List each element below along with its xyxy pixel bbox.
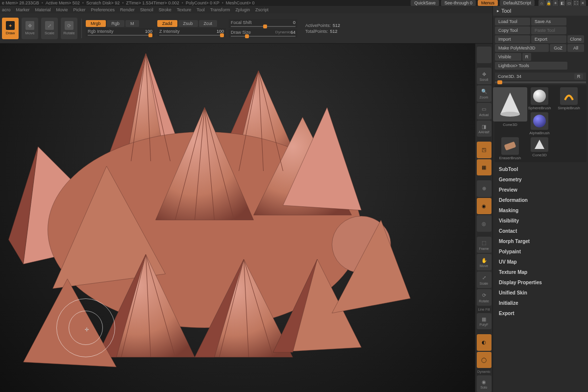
rgb-intensity-slider[interactable]: Rgb Intensity 100 [86, 28, 154, 37]
menu-picker[interactable]: Picker [74, 7, 86, 12]
import-button[interactable]: Import [495, 35, 530, 43]
menu-transform[interactable]: Transform [210, 7, 230, 12]
lock-icon[interactable]: 🔒 [545, 0, 552, 6]
menu-zscript[interactable]: Zscript [255, 7, 269, 12]
section-display-properties[interactable]: Display Properties [495, 278, 586, 287]
goz-all-button[interactable]: All [567, 44, 584, 52]
section-preview[interactable]: Preview [495, 186, 586, 194]
tool-panel-header[interactable]: ▸Tool [493, 6, 588, 16]
max-icon[interactable]: ⛶ [573, 0, 579, 6]
draw-size-slider[interactable]: Draw Size 64 Dynamic [229, 29, 297, 38]
vp-aahalf-button[interactable]: ◨AAHalf [477, 121, 491, 137]
zadd-button[interactable]: Zadd [157, 20, 177, 27]
section-polypaint[interactable]: Polypaint [495, 247, 586, 256]
light-icon[interactable]: ☀ [552, 0, 559, 6]
status-polycount: PolyCount> 0 KP [186, 0, 220, 5]
viewport[interactable]: ✢ [0, 44, 492, 392]
seethrough-button[interactable]: See-through 0 [441, 0, 476, 6]
tool-slider[interactable] [495, 81, 586, 83]
tool-alphabrush[interactable]: AlphaBrush [526, 112, 553, 135]
section-subtool[interactable]: SubTool [495, 165, 586, 173]
color-icon[interactable]: ◧ [559, 0, 565, 6]
section-visibility[interactable]: Visibility [495, 217, 586, 225]
tool-simplebrush[interactable]: SimpleBrush [555, 87, 583, 135]
menu-render[interactable]: Render [120, 7, 135, 12]
section-geometry[interactable]: Geometry [495, 175, 586, 184]
vp-polyf-button[interactable]: ▦PolyF [477, 313, 491, 330]
menu-material[interactable]: Material [35, 7, 51, 12]
tool-cone3d[interactable]: Cone3D [496, 87, 524, 135]
copy-tool-button[interactable]: Copy Tool [495, 26, 530, 34]
defaultscript-button[interactable]: DefaultZScript [500, 0, 535, 6]
section-export[interactable]: Export [495, 309, 586, 318]
focal-shift-slider[interactable]: Focal Shift 0 [229, 19, 297, 28]
section-contact[interactable]: Contact [495, 227, 586, 235]
move-mode-button[interactable]: ✥Move [22, 18, 38, 39]
make-polymesh-button[interactable]: Make PolyMesh3D [495, 44, 549, 52]
export-button[interactable]: Export [531, 35, 566, 43]
menu-acro[interactable]: acro [2, 7, 11, 12]
vp-frame-button[interactable]: ⬚Frame [477, 237, 491, 253]
vp-solo-button[interactable]: ◉Solo [477, 375, 491, 392]
section-morph-target[interactable]: Morph Target [495, 237, 586, 245]
menu-preferences[interactable]: Preferences [91, 7, 115, 12]
m-button[interactable]: M [125, 20, 139, 27]
menu-zplugin[interactable]: Zplugin [235, 7, 250, 12]
menu-stroke[interactable]: Stroke [159, 7, 172, 12]
home-icon[interactable]: ⌂ [539, 0, 545, 6]
vp-xpose-button[interactable]: ◉ [477, 198, 491, 215]
tool-r-button[interactable]: R [574, 74, 583, 79]
zcut-button[interactable]: Zcut [199, 20, 218, 27]
section-initialize[interactable]: Initialize [495, 299, 586, 307]
draw-mode-button[interactable]: ✦Draw [2, 18, 19, 39]
scale-mode-button[interactable]: ⤢Scale [41, 18, 58, 39]
menu-marker[interactable]: Marker [16, 7, 30, 12]
vp-local-button[interactable]: ⊕ [477, 180, 491, 197]
rotate-mode-button[interactable]: ⟳Rotate [61, 18, 77, 39]
save-as-button[interactable]: Save As [531, 18, 566, 25]
section-uv-map[interactable]: UV Map [495, 258, 586, 266]
vp-transp-button[interactable]: ◐ [477, 334, 491, 351]
zoom-icon: 🔍 [481, 88, 488, 95]
goz-visible-button[interactable]: Visible [495, 53, 521, 61]
z-intensity-slider[interactable]: Z Intensity 100 [157, 28, 226, 37]
vp-move-button[interactable]: ✋Move [477, 254, 491, 270]
tool-spherebrush[interactable]: SphereBrush [526, 87, 553, 110]
vp-scale-button[interactable]: ⤢Scale [477, 271, 491, 288]
vp-actual-button[interactable]: ▭Actual [477, 103, 491, 120]
vp-scroll-button[interactable]: ✥Scroll [477, 68, 491, 84]
tool-eraserbrush[interactable]: EraserBrush [496, 137, 524, 160]
status-activemem: Active Mem> 502 [46, 0, 80, 5]
section-unified-skin[interactable]: Unified Skin [495, 289, 586, 297]
menu-movie[interactable]: Movie [56, 7, 68, 12]
vp-rotate-button[interactable]: ⟳Rotate [477, 289, 491, 306]
close-icon[interactable]: ✕ [580, 0, 586, 6]
goz-button[interactable]: GoZ [550, 44, 566, 52]
vp-blank[interactable] [477, 47, 491, 63]
menu-tool[interactable]: Tool [196, 7, 205, 12]
min-icon[interactable]: ▭ [566, 0, 572, 6]
vp-floor-button[interactable]: ▦ [477, 159, 491, 176]
quicksave-button[interactable]: QuickSave [411, 0, 439, 6]
section-texture-map[interactable]: Texture Map [495, 268, 586, 276]
section-masking[interactable]: Masking [495, 206, 586, 215]
mrgb-button[interactable]: Mrgb [86, 20, 106, 27]
vp-persp-button[interactable]: ◳ [477, 142, 491, 158]
vp-ghost-button[interactable]: ◯ [477, 352, 491, 368]
clone-button[interactable]: Clone [567, 35, 584, 43]
brush-cursor-center: ✢ [85, 327, 89, 332]
goz-r-button[interactable]: R [522, 53, 531, 61]
tool-spherebrush-label: SphereBrush [528, 106, 551, 110]
vp-lcam-button[interactable]: ◎ [477, 215, 491, 232]
load-tool-button[interactable]: Load Tool [495, 18, 530, 25]
lightbox-tools-button[interactable]: Lightbox> Tools [495, 62, 567, 70]
menu-texture[interactable]: Texture [177, 7, 192, 12]
paste-tool-button[interactable]: Paste Tool [531, 26, 566, 34]
zsub-button[interactable]: Zsub [178, 20, 198, 27]
rgb-button[interactable]: Rgb [107, 20, 125, 27]
section-deformation[interactable]: Deformation [495, 196, 586, 204]
menus-button[interactable]: Menus [478, 0, 498, 6]
vp-zoom-button[interactable]: 🔍Zoom [477, 85, 491, 102]
tool-cone3d-b[interactable]: Cone3D [526, 137, 553, 160]
menu-stencil[interactable]: Stencil [140, 7, 153, 12]
